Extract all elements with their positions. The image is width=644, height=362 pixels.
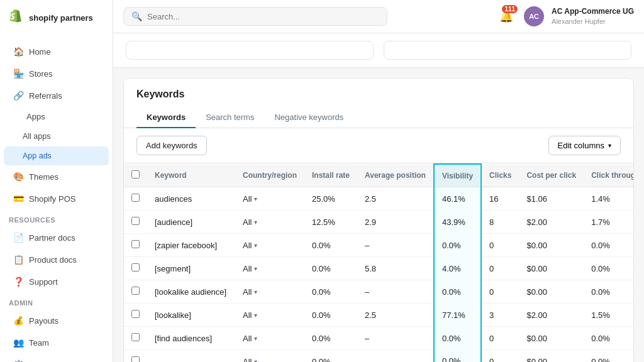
country-dropdown[interactable]: All ▾ [243,357,297,363]
row-checkbox-cell [124,211,147,234]
keyword-cell: [audience] [147,211,235,234]
th-avg-position: Average position [357,164,434,187]
table-row: ... All ▾ 0.0% – 0.0% 0 $0.00 0.0% [124,350,633,363]
table-row: [lookalike audience] All ▾ 0.0% – 0.0% 0… [124,280,633,304]
visibility-cell: 0.0% [434,350,481,363]
apps-icon [13,112,21,121]
clicks-cell: 0 [481,257,519,280]
table-row: audiences All ▾ 25.0% 2.5 46.1% 16 $1.06… [124,187,633,211]
country-dropdown[interactable]: All ▾ [243,334,297,343]
row-checkbox-cell [124,280,147,304]
add-keywords-button[interactable]: Add keywords [136,136,207,155]
row-checkbox-cell [124,234,147,257]
visibility-cell: 43.9% [434,211,481,234]
admin-section-label: Admin [0,293,113,309]
sidebar-item-team[interactable]: 👥 Team [4,332,109,353]
sidebar-item-product-docs-label: Product docs [29,255,77,265]
keyword-cell: [lookalike] [147,304,235,327]
sidebar-item-settings[interactable]: ⚙️ Settings [4,354,109,362]
sidebar-item-payouts[interactable]: 💰 Payouts [4,310,109,331]
themes-icon: 🎨 [13,171,24,182]
row-checkbox[interactable] [131,240,140,248]
visibility-cell: 0.0% [434,280,481,304]
install-rate-cell: 0.0% [304,280,357,304]
cost-per-click-cell: $2.00 [519,211,584,234]
country-dropdown[interactable]: All ▾ [243,287,297,297]
search-box[interactable]: 🔍 [123,7,387,26]
payouts-icon: 💰 [13,315,24,326]
clicks-cell: 0 [481,280,519,304]
sidebar-item-stores-label: Stores [29,69,53,79]
topbar-right: 🔔 111 AC AC App-Commerce UG Alexander Hu… [496,6,634,26]
sidebar-item-apps[interactable]: Apps [4,107,109,126]
th-country: Country/region [235,164,304,187]
sidebar-item-partner-docs[interactable]: 📄 Partner docs [4,227,109,248]
keywords-title: Keywords [136,89,621,100]
sidebar-item-support[interactable]: ❓ Support [4,271,109,292]
sidebar-item-themes[interactable]: 🎨 Themes [4,166,109,187]
keywords-section: Keywords Keywords Search terms Negative … [123,78,634,362]
notification-button[interactable]: 🔔 111 [496,6,516,26]
click-through-rate-cell: 0.0% [584,280,633,304]
sidebar-item-themes-label: Themes [29,172,58,182]
click-through-rate-cell: 1.7% [584,211,633,234]
keywords-table-wrap: Keyword Country/region Install rate Aver… [124,163,633,362]
sidebar-item-home-label: Home [29,47,51,57]
cost-per-click-cell: $2.00 [519,304,584,327]
dropdown-arrow-icon: ▾ [254,195,257,202]
edit-columns-label: Edit columns [558,141,604,150]
sidebar-item-all-apps[interactable]: All apps [4,127,109,146]
row-checkbox[interactable] [131,333,140,341]
row-checkbox[interactable] [131,287,140,295]
country-cell: All ▾ [235,234,304,257]
sidebar-item-referrals-label: Referrals [29,91,62,101]
select-all-checkbox[interactable] [131,170,140,178]
row-checkbox[interactable] [131,263,140,272]
tab-keywords[interactable]: Keywords [136,107,196,128]
click-through-rate-cell: 1.4% [584,187,633,211]
keyword-cell: audiences [147,187,235,211]
avg-position-cell: – [357,350,434,363]
clicks-cell: 0 [481,350,519,363]
avg-position-cell: 2.5 [357,187,434,211]
country-dropdown[interactable]: All ▾ [243,264,297,273]
row-checkbox-cell [124,304,147,327]
install-rate-cell: 12.5% [304,211,357,234]
clicks-cell: 16 [481,187,519,211]
country-dropdown[interactable]: All ▾ [243,241,297,250]
shopify-logo-icon [8,9,25,26]
sidebar-item-product-docs[interactable]: 📋 Product docs [4,249,109,270]
row-checkbox[interactable] [131,356,140,362]
notification-badge: 111 [502,5,518,13]
th-checkbox [124,164,147,187]
keywords-table: Keyword Country/region Install rate Aver… [124,163,633,362]
metric-card-2 [384,41,631,60]
sidebar-item-stores[interactable]: 🏪 Stores [4,63,109,84]
country-dropdown[interactable]: All ▾ [243,310,297,320]
sidebar-item-app-ads[interactable]: App ads [4,146,109,165]
dropdown-arrow-icon: ▾ [254,335,257,342]
edit-columns-button[interactable]: Edit columns ▾ [548,136,621,155]
sidebar-item-shopify-pos[interactable]: 💳 Shopify POS [4,188,109,209]
country-dropdown[interactable]: All ▾ [243,194,297,204]
table-row: [find audiences] All ▾ 0.0% – 0.0% 0 $0.… [124,327,633,350]
row-checkbox-cell [124,350,147,363]
country-dropdown[interactable]: All ▾ [243,217,297,227]
search-input[interactable] [147,12,379,21]
row-checkbox-cell [124,187,147,211]
dropdown-arrow-icon: ▾ [254,242,257,249]
row-checkbox[interactable] [131,194,140,202]
logo-text: shopify partners [29,13,93,23]
avg-position-cell: – [357,234,434,257]
tab-negative-keywords[interactable]: Negative keywords [264,107,353,128]
metric-card-1 [126,41,374,60]
row-checkbox[interactable] [131,310,140,318]
sidebar-item-home[interactable]: 🏠 Home [4,41,109,62]
avg-position-cell: – [357,327,434,350]
cost-per-click-cell: $1.06 [519,187,584,211]
sidebar-item-referrals[interactable]: 🔗 Referrals [4,85,109,106]
tab-search-terms[interactable]: Search terms [196,107,264,128]
click-through-rate-cell: 0.0% [584,257,633,280]
row-checkbox[interactable] [131,217,140,225]
table-row: [lookalike] All ▾ 0.0% 2.5 77.1% 3 $2.00… [124,304,633,327]
